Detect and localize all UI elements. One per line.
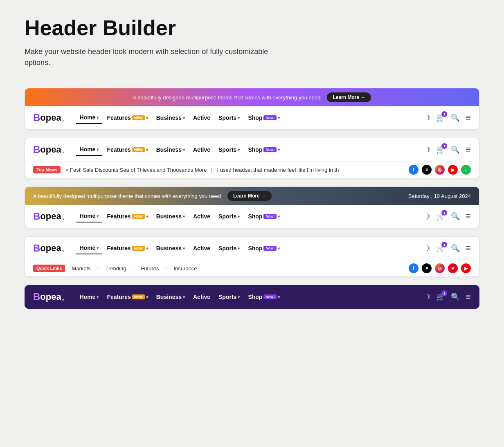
quicklinks-bar: Quick Links Markets › Trending › Futures… (25, 260, 479, 276)
nav-features-4[interactable]: Features New ▾ (104, 243, 151, 254)
nav-active-2[interactable]: Active (190, 144, 214, 155)
nav-actions-4: ☽ 🛒1 🔍 ≡ (424, 243, 471, 254)
nav-active-3[interactable]: Active (190, 211, 214, 222)
nav-home-4[interactable]: Home ▾ (76, 242, 102, 254)
nav-business-3[interactable]: Business ▾ (153, 211, 188, 222)
header-card-4: Bopea. Home ▾ Features New ▾ Business ▾ … (25, 236, 479, 277)
logo-b-2: B (33, 144, 40, 155)
moon-icon-2[interactable]: ☽ (424, 145, 430, 154)
nav-shop-3[interactable]: Shop Now! ▾ (245, 211, 283, 222)
nav-sports-5[interactable]: Sports ▾ (215, 291, 243, 303)
nav-bar-1: Bopea. Home ▾ Features New ▾ Business ▾ … (25, 106, 479, 129)
nav-sports-1[interactable]: Sports ▾ (215, 112, 243, 124)
nav-menu-5: Home ▾ Features New ▾ Business ▾ Active … (76, 291, 424, 303)
nav-business-5[interactable]: Business ▾ (153, 291, 188, 303)
logo-4: Bopea. (33, 243, 65, 254)
nav-actions-3: ☽ 🛒1 🔍 ≡ (424, 211, 471, 222)
logo-b-4: B (33, 243, 40, 254)
cart-icon-3[interactable]: 🛒1 (436, 212, 445, 221)
announcement-text-1: A beautifully designed multipurpose them… (133, 94, 321, 101)
nav-features-2[interactable]: Features New ▾ (104, 144, 151, 155)
announcement-bar-1: A beautifully designed multipurpose them… (25, 88, 479, 106)
cart-icon-4[interactable]: 🛒1 (436, 244, 445, 253)
logo-3: Bopea. (33, 211, 65, 222)
moon-icon-3[interactable]: ☽ (424, 212, 430, 221)
nav-home-2[interactable]: Home ▾ (76, 144, 102, 156)
search-icon-4[interactable]: 🔍 (451, 244, 460, 253)
menu-icon-3[interactable]: ≡ (466, 211, 471, 222)
page-title: Header Builder (25, 16, 479, 40)
ql-socials: f ✕ ◎ P ▶ (409, 263, 471, 273)
announcement-bar-3: A beautifully designed multipurpose them… (25, 187, 479, 205)
nav-shop-5[interactable]: Shop Now! ▾ (245, 291, 283, 303)
nav-actions-1: ☽ 🛒1 🔍 ≡ (424, 112, 471, 123)
logo-rest-1: opea (40, 112, 61, 123)
moon-icon-1[interactable]: ☽ (424, 113, 430, 122)
nav-sports-3[interactable]: Sports ▾ (215, 211, 243, 222)
top-news-badge: Top News (33, 166, 61, 173)
nav-shop-4[interactable]: Shop Now! ▾ (245, 243, 283, 254)
search-icon-5[interactable]: 🔍 (451, 292, 460, 301)
nav-actions-2: ☽ 🛒1 🔍 ≡ (424, 144, 471, 155)
logo-dot-1: . (62, 112, 65, 124)
cart-icon-1[interactable]: 🛒1 (436, 113, 445, 122)
nav-actions-5: ☽ 🛒1 🔍 ≡ (424, 292, 471, 302)
nav-features-3[interactable]: Features New ▾ (104, 211, 151, 222)
nav-features-1[interactable]: Features New ▾ (104, 112, 151, 124)
facebook-icon[interactable]: f (409, 165, 418, 175)
nav-bar-5: Bopea. Home ▾ Features New ▾ Business ▾ … (25, 285, 479, 308)
nav-active-1[interactable]: Active (190, 112, 214, 124)
nav-business-4[interactable]: Business ▾ (153, 243, 188, 254)
nav-features-5[interactable]: Features New ▾ (104, 291, 151, 303)
menu-icon-1[interactable]: ≡ (466, 112, 471, 123)
nav-menu-3: Home ▾ Features New ▾ Business ▾ Active … (76, 210, 424, 222)
nav-bar-3: Bopea. Home ▾ Features New ▾ Business ▾ … (25, 205, 479, 228)
spotify-icon[interactable]: ♫ (461, 165, 471, 175)
nav-business-1[interactable]: Business ▾ (153, 112, 188, 124)
ql-insurance[interactable]: Insurance (174, 265, 197, 272)
learn-more-btn-1[interactable]: Learn More → (327, 92, 371, 102)
nav-home-5[interactable]: Home ▾ (76, 291, 102, 303)
nav-active-5[interactable]: Active (190, 291, 214, 303)
search-icon-3[interactable]: 🔍 (451, 212, 460, 221)
cart-icon-2[interactable]: 🛒1 (436, 145, 445, 154)
ql-x-icon[interactable]: ✕ (422, 263, 432, 273)
ql-facebook-icon[interactable]: f (409, 263, 418, 273)
date-text-3: Saturday , 10 August 2024 (408, 193, 471, 199)
ql-markets[interactable]: Markets (72, 265, 90, 272)
learn-more-btn-3[interactable]: Learn More → (227, 191, 272, 201)
header-previews: A beautifully designed multipurpose them… (25, 88, 479, 309)
nav-sports-4[interactable]: Sports ▾ (215, 243, 243, 254)
youtube-icon[interactable]: ▶ (448, 165, 458, 175)
ql-trending[interactable]: Trending (106, 265, 126, 272)
moon-icon-5[interactable]: ☽ (424, 292, 430, 301)
header-card-2: Bopea. Home ▾ Features New ▾ Business ▾ … (25, 138, 479, 178)
header-card-1: A beautifully designed multipurpose them… (25, 88, 479, 130)
nav-shop-1[interactable]: Shop Now! ▾ (245, 112, 283, 124)
ticker-socials: f ✕ ◎ ▶ ♫ (409, 165, 471, 175)
nav-active-4[interactable]: Active (190, 243, 214, 254)
x-icon[interactable]: ✕ (422, 165, 432, 175)
nav-home-1[interactable]: Home ▾ (76, 112, 102, 124)
moon-icon-4[interactable]: ☽ (424, 244, 430, 253)
ql-instagram-icon[interactable]: ◎ (435, 263, 445, 273)
nav-shop-2[interactable]: Shop Now! ▾ (245, 144, 283, 155)
nav-sports-2[interactable]: Sports ▾ (215, 144, 243, 155)
ql-pinterest-icon[interactable]: P (448, 263, 458, 273)
search-icon-2[interactable]: 🔍 (451, 145, 460, 154)
ql-sep-1: › (97, 265, 99, 271)
logo-b-5: B (33, 291, 40, 303)
cart-icon-5[interactable]: 🛒1 (436, 292, 445, 301)
ql-futures[interactable]: Futures (141, 265, 159, 272)
nav-home-3[interactable]: Home ▾ (76, 210, 102, 222)
ql-sep-3: › (166, 265, 167, 271)
logo-dot-5: . (62, 291, 65, 303)
menu-icon-5[interactable]: ≡ (466, 292, 471, 302)
instagram-icon[interactable]: ◎ (435, 165, 445, 175)
nav-business-2[interactable]: Business ▾ (153, 144, 188, 155)
logo-dot-3: . (62, 211, 65, 222)
menu-icon-4[interactable]: ≡ (466, 243, 471, 254)
menu-icon-2[interactable]: ≡ (466, 144, 471, 155)
search-icon-1[interactable]: 🔍 (451, 113, 460, 122)
ql-youtube-icon[interactable]: ▶ (461, 263, 471, 273)
